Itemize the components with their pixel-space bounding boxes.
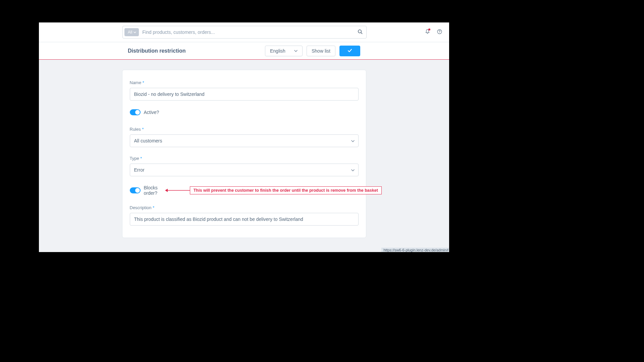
check-icon [347,48,352,54]
name-label-text: Name [130,80,142,85]
main-content: Name * Active? Rules * [39,60,449,238]
field-rules: Rules * [130,127,359,147]
active-label: Active? [144,110,159,115]
required-asterisk: * [142,127,144,132]
type-select[interactable] [130,164,359,176]
topbar-right [423,28,444,37]
search-icon [358,29,363,35]
search-filter-dropdown[interactable]: All [124,28,139,36]
description-input[interactable] [130,213,359,226]
page-title: Distribution restriction [128,48,185,54]
field-blocks-order: Blocks order? This will prevent the cust… [130,185,359,196]
field-type: Type * [130,156,359,176]
type-label: Type * [130,156,359,161]
rules-label-text: Rules [130,127,141,132]
name-label: Name * [130,80,359,85]
rules-label: Rules * [130,127,359,132]
search-input[interactable] [139,29,355,35]
language-current: English [270,48,285,54]
help-icon [437,29,442,36]
svg-line-1 [361,33,362,34]
status-bar-url: https://sw6-6-plugin.lenz-dev.de/admin# [381,248,449,252]
search-button[interactable] [355,27,365,37]
save-button[interactable] [339,46,360,56]
chevron-down-icon [133,31,136,34]
rules-select[interactable] [130,134,359,147]
annotation: This will prevent the customer to finish… [164,186,382,194]
type-label-text: Type [130,156,139,161]
show-list-button[interactable]: Show list [307,46,335,56]
notification-dot [428,28,430,31]
required-asterisk: * [153,205,154,210]
name-input[interactable] [130,88,359,101]
page-actions: English Show list [265,46,444,56]
help-button[interactable] [435,28,444,37]
required-asterisk: * [140,156,142,161]
field-description: Description * [130,205,359,226]
search-filter-label: All [128,30,132,35]
required-asterisk: * [143,80,144,85]
language-select[interactable]: English [265,46,303,56]
description-label-text: Description [130,205,152,210]
field-name: Name * [130,80,359,101]
annotation-box: This will prevent the customer to finish… [190,186,382,194]
notifications-button[interactable] [423,28,432,37]
blocks-order-label: Blocks order? [144,185,158,196]
field-active: Active? [130,109,359,115]
annotation-text: This will prevent the customer to finish… [194,188,378,193]
app-window: All [39,22,449,252]
toggle-knob [135,110,140,115]
form-card: Name * Active? Rules * [122,70,366,238]
show-list-label: Show list [312,48,330,54]
svg-point-3 [439,33,439,33]
page-header: Distribution restriction English Show li… [39,42,449,60]
global-search: All [122,26,367,39]
description-label: Description * [130,205,359,210]
active-toggle[interactable] [130,109,141,115]
chevron-down-icon [294,49,298,53]
blocks-order-toggle[interactable] [130,187,141,193]
arrow-left-icon [164,188,190,193]
toggle-knob [135,188,140,193]
topbar: All [39,22,449,42]
